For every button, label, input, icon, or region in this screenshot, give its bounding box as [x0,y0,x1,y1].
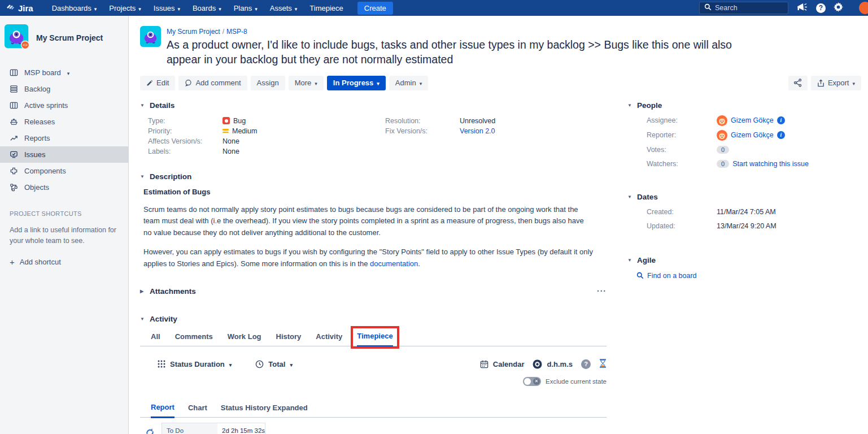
assign-button[interactable]: Assign [251,76,285,90]
settings-gear-icon[interactable] [834,2,843,14]
help-icon[interactable]: ? [816,3,826,13]
status-duration-table: To Do 2d 2h 15m 32s In Progress 168d 3h … [162,423,265,434]
project-name[interactable]: My Scrum Project [36,33,103,43]
agile-section-header[interactable]: ▼ Agile [627,256,853,264]
status-duration-report: To Do 2d 2h 15m 32s In Progress 168d 3h … [140,423,607,434]
project-shortcuts-header: PROJECT SHORTCUTS [10,210,119,217]
field-watchers: Watchers: 0 Start watching this issue [647,159,853,169]
fix-version-link[interactable]: Version 2.0 [460,127,495,135]
timepiece-help-icon[interactable]: ? [581,359,591,369]
sidebar-item-backlog[interactable]: Backlog [0,81,128,97]
nav-issues[interactable]: Issues [154,4,180,12]
chevron-expanded-icon: ▼ [140,103,146,108]
more-options-icon[interactable]: ··· [597,287,607,295]
search-input[interactable] [715,4,777,12]
nav-boards[interactable]: Boards [193,4,221,12]
more-button[interactable]: More [289,76,324,90]
find-on-board-link[interactable]: Find on a board [647,272,697,280]
status-duration-selector[interactable]: Status Duration [158,360,232,368]
tab-comments[interactable]: Comments [175,332,213,346]
search-box[interactable] [699,2,788,14]
field-labels: Labels: None [148,147,377,155]
export-button[interactable]: Export [811,76,861,90]
tab-work-log[interactable]: Work Log [228,332,261,346]
reporter-link[interactable]: Gizem Gökçe [731,131,774,139]
sidebar-item-msp-board[interactable]: MSP board [0,64,128,81]
assignee-link[interactable]: Gizem Gökçe [731,116,774,124]
tab-timepiece[interactable]: Timepiece [357,332,392,347]
info-icon[interactable]: i [777,131,785,139]
status-button[interactable]: In Progress [327,76,386,90]
project-sidebar: <> My Scrum Project MSP board Backlog Ac… [0,16,129,434]
chevron-expanded-icon: ▼ [140,174,146,179]
issue-main: My Scrum Project/MSP-8 As a product owne… [129,16,868,434]
timepiece-controls: Status Duration Total Calendar [140,359,607,370]
exclude-current-state-toggle[interactable]: ✕ [523,377,541,386]
subtab-status-history-expanded[interactable]: Status History Expanded [221,403,308,417]
sidebar-item-components[interactable]: Components [0,163,128,179]
total-metric-selector[interactable]: Total [255,360,293,368]
add-shortcut-button[interactable]: + Add shortcut [10,257,119,267]
duration-format-button[interactable]: d.h.m.s [533,359,573,369]
sidebar-item-objects[interactable]: Objects [0,179,128,196]
admin-button[interactable]: Admin [389,76,428,90]
edit-button[interactable]: Edit [140,76,175,90]
votes-badge[interactable]: 0 [717,146,729,154]
sidebar-item-active-sprints[interactable]: Active sprints [0,97,128,114]
nav-dashboards[interactable]: Dashboards [52,4,97,12]
tab-all[interactable]: All [151,332,160,346]
search-icon [636,272,644,279]
description-paragraph-1: Scrum teams do not normally apply story … [143,204,593,239]
chevron-down-icon [138,4,141,12]
chevron-down-icon [852,79,855,87]
chevron-expanded-icon: ▼ [140,316,146,322]
add-comment-button[interactable]: Add comment [178,76,247,90]
people-section-header[interactable]: ▼ People [627,101,853,110]
board-icon [10,68,18,77]
jira-logo[interactable]: Jira [6,2,33,14]
sidebar-menu: MSP board Backlog Active sprints Release… [0,64,128,196]
subtab-chart[interactable]: Chart [188,403,207,417]
calendar-button[interactable]: Calendar [480,360,525,368]
hourglass-icon[interactable] [599,359,607,370]
start-watching-link[interactable]: Start watching this issue [732,160,809,168]
timepiece-subtabs: Report Chart Status History Expanded [140,403,607,418]
refresh-icon[interactable] [145,427,155,434]
field-assignee: Assignee: Gizem Gökçe i [647,115,853,126]
nav-assets[interactable]: Assets [270,4,298,12]
issue-type-avatar [140,26,161,67]
nav-plans[interactable]: Plans [234,4,258,12]
details-section-header[interactable]: ▼ Details [140,101,607,110]
activity-section-header[interactable]: ▼ Activity [140,315,607,323]
subtab-report[interactable]: Report [151,403,175,418]
grid-icon [158,360,165,368]
sidebar-item-reports[interactable]: Reports [0,130,128,146]
search-icon [704,3,712,12]
breadcrumb-issue-key-link[interactable]: MSP-8 [226,28,247,36]
exclude-current-state-label: Exclude current state [546,378,607,385]
breadcrumb-project-link[interactable]: My Scrum Project [167,28,220,36]
user-avatar[interactable] [859,2,868,14]
watchers-badge[interactable]: 0 [717,160,729,168]
nav-projects[interactable]: Projects [109,4,141,12]
sidebar-item-releases[interactable]: Releases [0,114,128,130]
description-section-header[interactable]: ▼ Description [140,172,607,181]
tab-history[interactable]: History [276,332,302,346]
info-icon[interactable]: i [777,116,785,124]
tab-activity[interactable]: Activity [316,332,342,346]
field-resolution: Resolution: Unresolved [385,117,607,125]
issue-toolbar: Edit Add comment Assign More In Progress… [140,76,861,90]
announcement-icon[interactable] [796,2,808,14]
chevron-down-icon [290,360,293,368]
sidebar-item-issues[interactable]: Issues [0,146,128,163]
field-reporter: Reporter: Gizem Gökçe i [647,130,853,141]
plus-icon: + [10,257,15,267]
chevron-down-icon [67,68,70,77]
attachments-section-header[interactable]: ▶ Attachments [140,287,196,296]
create-button[interactable]: Create [357,2,393,15]
dates-section-header[interactable]: ▼ Dates [627,193,853,201]
duration-cell: 2d 2h 15m 32s [217,423,265,434]
share-button[interactable] [788,76,808,90]
documentation-link[interactable]: documentation [370,259,418,268]
nav-timepiece[interactable]: Timepiece [309,4,343,12]
